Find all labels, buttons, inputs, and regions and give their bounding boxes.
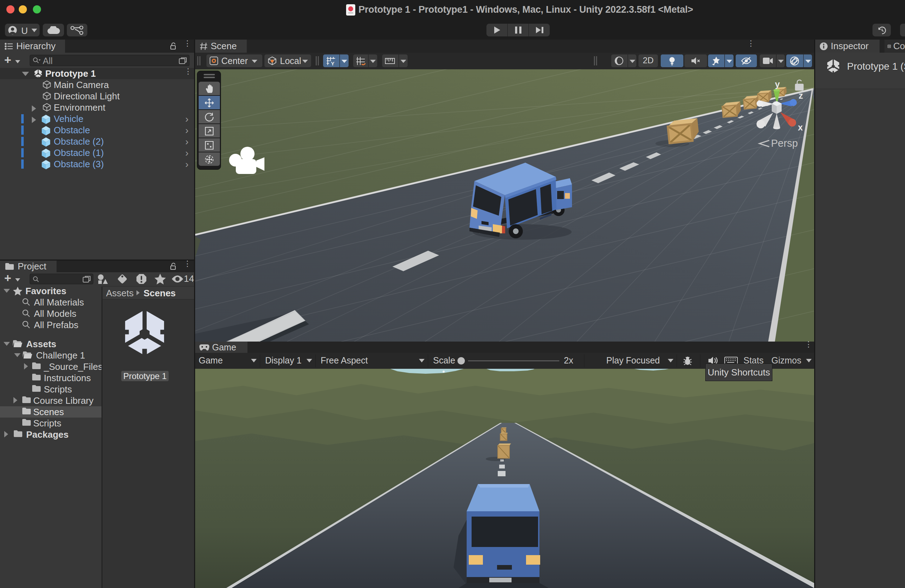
svg-text:Y: Y	[331, 60, 334, 66]
svg-text:z: z	[799, 91, 803, 100]
svg-text:Persp: Persp	[771, 138, 798, 149]
svg-text:y: y	[775, 79, 780, 89]
svg-text:x: x	[798, 122, 803, 132]
